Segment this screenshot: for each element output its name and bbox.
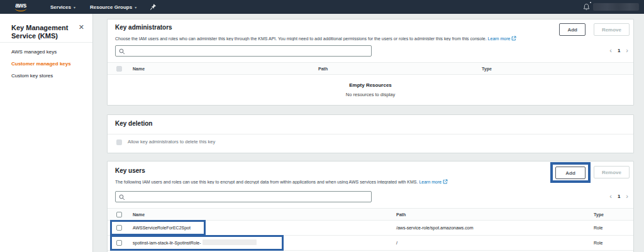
column-type: Type [594, 209, 604, 221]
key-administrators-title: Key administrators [115, 24, 172, 31]
table-row-aws-service-role[interactable]: AWSServiceRoleForEC2Spot /aws-service-ro… [108, 221, 633, 236]
row-checkbox[interactable] [116, 225, 122, 231]
pagination: ‹ 1 › [609, 193, 628, 199]
table-header: Name Path Type [108, 62, 633, 75]
sidebar-item-custom-key-stores[interactable]: Custom key stores [11, 73, 87, 79]
kms-sidebar: Key Management Service (KMS) ✕ AWS manag… [0, 14, 93, 252]
column-name: Name [133, 63, 145, 75]
row-checkbox[interactable] [116, 240, 122, 246]
key-users-panel: Key users Add Remove The following IAM u… [107, 161, 634, 252]
page-previous-icon[interactable]: ‹ [609, 47, 612, 53]
page-number[interactable]: 1 [618, 194, 620, 199]
external-link-icon [443, 179, 448, 184]
remove-button[interactable]: Remove [594, 23, 630, 36]
nav-services-label: Services [50, 4, 71, 10]
redacted-role-suffix [203, 239, 257, 245]
sidebar-title: Key Management Service (KMS) [11, 24, 74, 40]
sidebar-item-customer-managed-keys[interactable]: Customer managed keys [11, 61, 87, 67]
learn-more-link[interactable]: Learn more [488, 36, 517, 41]
page-next-icon[interactable]: › [626, 193, 628, 199]
table-header: Name Path Type [108, 208, 633, 221]
key-administrators-panel: Key administrators Add Remove Choose the… [107, 19, 634, 106]
table-row-spotinst-role[interactable]: spotinst-iam-stack-lir-SpotinstRole- / R… [108, 236, 633, 251]
search-input[interactable] [127, 46, 369, 56]
pushpin-icon[interactable] [150, 0, 157, 14]
select-all-checkbox [116, 66, 122, 72]
search-icon [119, 48, 125, 55]
aws-logo-text: aws [15, 3, 26, 8]
row-type: Role [594, 221, 602, 236]
row-path: /aws-service-role/spot.amazonaws.com [396, 221, 474, 236]
key-deletion-title: Key deletion [115, 120, 152, 127]
search-filter [115, 45, 372, 57]
empty-state-title: Empty Resources [108, 82, 633, 88]
chevron-down-icon: ▾ [74, 5, 75, 9]
column-path: Path [396, 209, 406, 221]
key-administrators-description: Choose the IAM users and roles who can a… [115, 36, 627, 41]
chevron-down-icon: ▾ [135, 5, 136, 9]
add-button[interactable]: Add [555, 167, 586, 179]
sidebar-divider [0, 42, 92, 43]
key-deletion-panel: Key deletion Allow key administrators to… [107, 114, 634, 153]
allow-deletion-checkbox [116, 140, 122, 145]
close-icon[interactable]: ✕ [79, 24, 84, 31]
sidebar-nav: AWS managed keys Customer managed keys C… [11, 49, 87, 85]
aws-logo-smile [15, 8, 26, 11]
key-users-title: Key users [115, 167, 145, 174]
row-name: spotinst-iam-stack-lir-SpotinstRole- [133, 236, 257, 251]
search-icon [119, 194, 125, 200]
page-next-icon[interactable]: › [626, 47, 628, 53]
section-divider [108, 134, 633, 134]
row-path: / [396, 236, 397, 251]
page-previous-icon[interactable]: ‹ [609, 193, 612, 199]
nav-resource-groups-label: Resource Groups [90, 4, 132, 10]
learn-more-link[interactable]: Learn more [419, 180, 448, 184]
top-nav-bar: aws Services ▾ Resource Groups ▾ [0, 0, 644, 14]
notification-bell-icon[interactable] [583, 0, 590, 14]
kms-console-screen: aws Services ▾ Resource Groups ▾ K [0, 0, 644, 252]
nav-services-menu[interactable]: Services ▾ [50, 0, 75, 14]
select-all-checkbox[interactable] [116, 212, 122, 217]
key-users-description: The following IAM users and roles can us… [115, 179, 627, 184]
search-filter [115, 191, 372, 202]
pagination: ‹ 1 › [609, 47, 628, 53]
column-name: Name [133, 209, 145, 221]
remove-button[interactable]: Remove [594, 166, 630, 178]
sidebar-item-aws-managed-keys[interactable]: AWS managed keys [11, 49, 87, 55]
row-name: AWSServiceRoleForEC2Spot [133, 221, 191, 236]
redacted-account-info [593, 3, 639, 11]
page-number[interactable]: 1 [618, 48, 620, 53]
allow-deletion-label: Allow key administrators to delete this … [128, 139, 215, 145]
nav-resource-groups-menu[interactable]: Resource Groups ▾ [90, 0, 136, 14]
add-button[interactable]: Add [559, 23, 586, 36]
column-path: Path [318, 63, 328, 75]
search-input[interactable] [127, 192, 369, 202]
row-type: Role [594, 236, 602, 251]
external-link-icon [511, 36, 516, 41]
column-type: Type [482, 63, 492, 75]
empty-state: Empty Resources No resources to display [108, 82, 633, 97]
empty-state-subtitle: No resources to display [108, 92, 633, 97]
aws-logo[interactable]: aws [15, 0, 26, 14]
notification-badge [590, 2, 591, 3]
